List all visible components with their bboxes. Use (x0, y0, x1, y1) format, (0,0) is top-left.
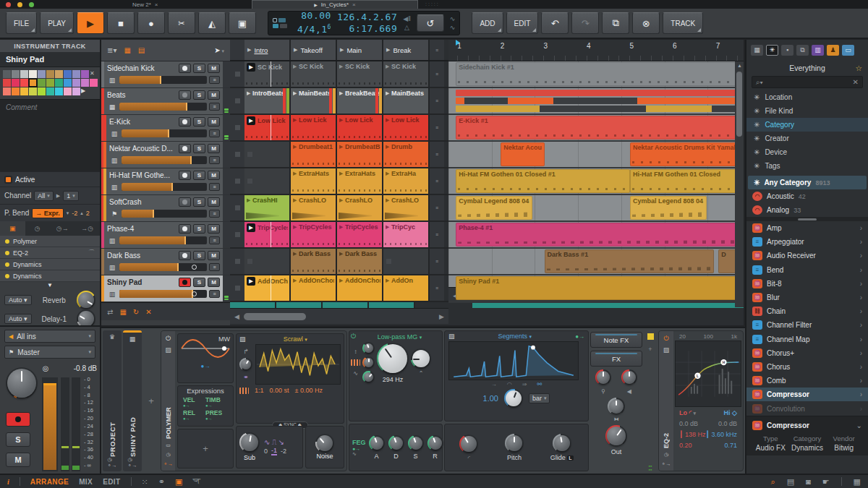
noise-knob[interactable] (315, 434, 334, 453)
clip-cell[interactable]: ▶SC Kick (291, 61, 337, 87)
sub-waveform-icons[interactable]: ∿⎍↘ (264, 438, 286, 447)
expand-chevron-icon[interactable]: › (860, 377, 862, 385)
browser-device-row[interactable]: ♒Audio Receiver› (746, 249, 868, 262)
arranger-lane[interactable]: E-Kick #1 (448, 115, 744, 140)
clip-cell[interactable]: ▶Low Lick (291, 115, 337, 140)
arranger-lane[interactable] (448, 88, 744, 114)
track-options-icon[interactable]: ≡ (209, 210, 220, 218)
clip-stop-button[interactable] (230, 195, 244, 221)
volume-slider[interactable] (119, 236, 207, 244)
clip-row-options[interactable]: ≡ (430, 249, 444, 274)
file-menu-button[interactable]: FILE (6, 12, 37, 34)
clip-row-options[interactable]: ≡ (430, 275, 444, 301)
record-arm-button[interactable] (179, 90, 191, 100)
track-row[interactable]: E-KickSM▥≡ (101, 115, 230, 142)
mixer-io-icon[interactable]: ⇄ (107, 308, 113, 316)
color-swatch[interactable] (29, 79, 37, 87)
clip-play-icon[interactable]: ▶ (386, 171, 389, 176)
time-signature-display[interactable]: 4/4,16 (297, 22, 331, 35)
color-swatch[interactable] (12, 70, 20, 78)
color-swatch[interactable] (3, 87, 11, 95)
clip-play-icon[interactable]: ▶ (386, 197, 389, 203)
zoom-window-button[interactable] (29, 2, 34, 7)
segments-folder-icon[interactable]: ▨ (448, 333, 455, 340)
device-power-icon[interactable]: ⏻ (166, 335, 171, 343)
clip-cell[interactable]: ▶BreakBeats (337, 88, 383, 114)
solo-button[interactable]: S (193, 90, 205, 100)
eq-lo-freq[interactable]: ┃ 138 Hz (679, 431, 705, 438)
stop-all-column[interactable] (230, 40, 244, 60)
osc-folder-icon[interactable]: ▨ (239, 335, 246, 343)
send-mode-select[interactable]: Auto ▾ (4, 314, 32, 324)
collapse-detail-icon[interactable]: ⌄ (856, 421, 862, 429)
clip-play-icon[interactable]: ▶ (339, 144, 343, 150)
device-chain-item[interactable]: EQ-2⌒ (0, 247, 100, 259)
metronome-icon[interactable]: ◭ (198, 12, 226, 34)
clip-play-icon[interactable]: ▶ (339, 278, 343, 283)
output-select[interactable]: ⚑ Master▾ (4, 346, 95, 359)
redo-icon[interactable]: ↷ (571, 12, 599, 34)
solo-button[interactable]: S (193, 251, 205, 260)
eq-hi-freq[interactable]: ┃ 3.60 kHz (706, 431, 737, 438)
tab-history-1[interactable]: ◷ (25, 221, 51, 236)
clip-play-icon[interactable]: ▶ (293, 278, 297, 283)
clip-cell[interactable]: ▶AddOnChord (291, 275, 337, 301)
clip-cell[interactable]: ▶TripCycles (244, 222, 291, 247)
track-row[interactable]: Nektar Acoustic D...SM▥≡ (101, 142, 230, 168)
color-swatch[interactable] (72, 79, 80, 87)
record-arm-button[interactable] (179, 251, 191, 260)
eq-hi-band[interactable]: Hi ◇ (724, 409, 737, 416)
mute-button[interactable]: M (6, 453, 30, 467)
clip-play-icon[interactable]: ▶ (293, 171, 297, 176)
mute-button[interactable]: M (208, 117, 220, 127)
feg-link-icon[interactable]: ●→ (352, 446, 366, 451)
filter-keytrack-icon[interactable] (351, 359, 360, 366)
arranger-clip[interactable]: Cymbal Legend 808 04 (456, 196, 532, 220)
browser-filter-tags[interactable]: ✳Tags (746, 159, 868, 173)
channel-select[interactable]: All▾ (34, 191, 54, 201)
comment-field[interactable]: Comment (0, 99, 100, 171)
browse-search-icon[interactable]: ⌕ (770, 477, 775, 487)
eq-power-icon[interactable]: ⏻ (663, 335, 668, 343)
scene-play-icon[interactable]: ▶ (386, 47, 390, 53)
pitch-knob[interactable] (505, 434, 524, 453)
punch-in-icon[interactable]: ◀‖ (403, 15, 411, 22)
volume-knob[interactable] (6, 367, 38, 399)
clip-stop-button[interactable] (230, 88, 244, 114)
filter-resonance-knob[interactable] (411, 348, 431, 369)
waveform-display[interactable] (255, 344, 341, 385)
automation-dot-icon[interactable]: ◎ (41, 364, 51, 372)
filter-power-icon[interactable]: ⏻ (351, 333, 356, 341)
expand-chevron-icon[interactable]: › (860, 280, 862, 288)
adsr-s-knob[interactable]: S (408, 435, 424, 460)
color-swatch[interactable] (12, 87, 20, 95)
hand-icon[interactable]: ☛ (822, 477, 830, 487)
clip-cell[interactable]: ▶CrashLO (337, 195, 383, 221)
color-swatch[interactable] (55, 87, 63, 95)
device-enabled-dot[interactable] (5, 274, 9, 278)
clip-stop-button[interactable] (230, 249, 244, 274)
color-swatch[interactable] (20, 87, 28, 95)
clip-playing-icon[interactable]: ▶ (247, 277, 255, 286)
color-swatch[interactable] (3, 70, 11, 78)
display-profile-icon[interactable]: ▣ (229, 12, 256, 34)
volume-slider[interactable] (119, 76, 207, 84)
clip-row-options[interactable]: ≡ (430, 115, 444, 140)
bend-knob[interactable] (459, 435, 478, 453)
clip-play-icon[interactable]: ▶ (339, 64, 343, 69)
level-readout[interactable]: -0.8 dB (56, 364, 97, 372)
clip-cell[interactable]: ▶ExtraHa (383, 168, 430, 194)
track-options-icon[interactable]: ≡ (209, 183, 220, 191)
timeline-ruler[interactable]: 1234567 (448, 40, 744, 61)
expand-chevron-icon[interactable]: › (860, 335, 862, 343)
browser-device-row[interactable]: ♒Chorus+› (746, 346, 868, 360)
clip-stop-button[interactable] (230, 142, 244, 167)
track-options-icon[interactable]: ≡ (209, 103, 220, 111)
scene-play-icon[interactable]: ▶ (294, 47, 297, 53)
color-swatch[interactable] (20, 79, 28, 87)
track-row[interactable]: Sidechain KickSM▥≡ (101, 61, 230, 88)
keytrack-icon[interactable]: ↱ (243, 348, 249, 355)
expand-chevron-icon[interactable]: › (860, 266, 862, 274)
packs-browser-icon[interactable]: ▥ (812, 45, 824, 56)
record-arm-button[interactable] (179, 224, 191, 234)
